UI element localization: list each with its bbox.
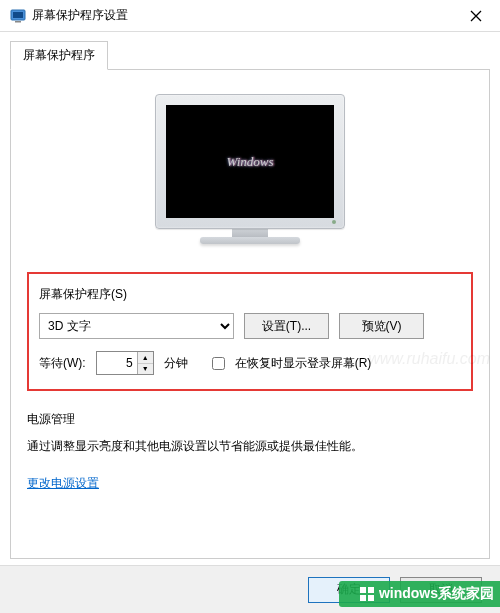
wait-unit-label: 分钟 [164,355,188,372]
monitor-frame: Windows [155,94,345,229]
screensaver-preview-text: Windows [227,154,274,170]
windows-logo-icon [359,586,375,602]
site-watermark-text: windows系统家园 [379,585,494,603]
power-section-title: 电源管理 [27,411,473,428]
titlebar: 屏幕保护程序设置 [0,0,500,32]
settings-button[interactable]: 设置(T)... [244,313,329,339]
svg-rect-4 [368,587,374,593]
site-watermark: windows系统家园 [339,581,500,607]
spinbox-down-button[interactable]: ▼ [138,364,153,375]
svg-rect-6 [368,595,374,601]
close-button[interactable] [456,0,496,32]
wait-minutes-input[interactable] [97,352,137,374]
svg-rect-2 [15,21,21,23]
wait-minutes-spinbox[interactable]: ▲ ▼ [96,351,154,375]
monitor-stand-base [200,237,300,244]
resume-login-label: 在恢复时显示登录屏幕(R) [235,355,372,372]
tab-screensaver[interactable]: 屏幕保护程序 [10,41,108,70]
wait-label: 等待(W): [39,355,86,372]
tab-content: Windows 屏幕保护程序(S) 3D 文字 设置(T)... 预览(V) 等… [10,69,490,559]
spinbox-up-button[interactable]: ▲ [138,352,153,364]
resume-login-checkbox[interactable] [212,357,225,370]
screensaver-select[interactable]: 3D 文字 [39,313,234,339]
close-icon [470,10,482,22]
preview-button[interactable]: 预览(V) [339,313,424,339]
monitor-power-led-icon [332,220,336,224]
screensaver-group: 屏幕保护程序(S) 3D 文字 设置(T)... 预览(V) 等待(W): ▲ … [27,272,473,391]
monitor-screen: Windows [166,105,334,218]
window-title: 屏幕保护程序设置 [32,7,456,24]
app-icon [10,8,26,24]
svg-rect-3 [360,587,366,593]
monitor-preview: Windows [27,94,473,244]
tab-bar: 屏幕保护程序 [0,32,500,69]
svg-rect-5 [360,595,366,601]
power-section-text: 通过调整显示亮度和其他电源设置以节省能源或提供最佳性能。 [27,438,473,455]
monitor-stand-neck [232,229,268,237]
screensaver-group-label: 屏幕保护程序(S) [39,286,461,303]
svg-rect-1 [13,12,23,18]
change-power-settings-link[interactable]: 更改电源设置 [27,476,99,490]
power-section: 电源管理 通过调整显示亮度和其他电源设置以节省能源或提供最佳性能。 更改电源设置 [27,411,473,492]
